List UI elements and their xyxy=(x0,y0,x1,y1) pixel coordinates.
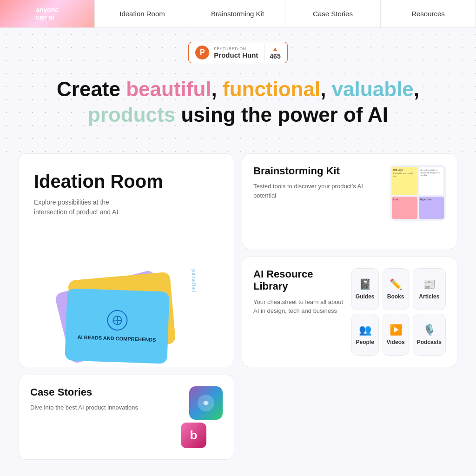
articles-icon: 📰 xyxy=(423,278,436,291)
ph-count: ▲ 465 xyxy=(264,45,280,60)
product-hunt-badge[interactable]: P FEATURED ON Product Hunt ▲ 465 xyxy=(188,42,287,63)
resource-item-videos[interactable]: ▶️ Videos xyxy=(383,314,409,356)
resource-item-guides[interactable]: 📓 Guides xyxy=(351,268,379,310)
resource-item-podcasts[interactable]: 🎙️ Podcasts xyxy=(413,314,446,356)
hero-section: P FEATURED ON Product Hunt ▲ 465 Create … xyxy=(0,28,476,153)
ph-name: Product Hunt xyxy=(214,51,258,59)
videos-label: Videos xyxy=(387,339,405,345)
case-icon-gradient xyxy=(189,386,223,420)
brainstorming-kit-card[interactable]: Brainstorming Kit Tested tools to discov… xyxy=(242,153,457,249)
articles-label: Articles xyxy=(419,293,439,300)
headline-valuable: valuable xyxy=(332,78,414,100)
resource-description: Your cheatsheet to learn all about AI in… xyxy=(253,298,344,316)
ph-number: 465 xyxy=(270,53,280,60)
nav-item-ideation-room[interactable]: Ideation Room xyxy=(95,0,190,27)
headline-prefix: Create xyxy=(57,78,126,100)
books-label: Books xyxy=(387,293,404,300)
resource-grid: 📓 Guides ✏️ Books 📰 Articles 👥 People ▶️… xyxy=(351,268,446,356)
bs-cell-4: HyperBuild xyxy=(419,197,444,219)
logo[interactable]: anyonecan.ai xyxy=(0,0,95,27)
ph-featured-label: FEATURED ON xyxy=(214,46,258,51)
brainstorm-image: Big Data Product for every model item AI… xyxy=(390,165,446,221)
headline-comma2: , xyxy=(320,78,331,100)
resource-item-people[interactable]: 👥 People xyxy=(351,314,379,356)
navigation: anyonecan.ai Ideation Room Brainstorming… xyxy=(0,0,476,28)
side-text: parallel xyxy=(191,269,196,293)
nav-items: Ideation Room Brainstorming Kit Case Sto… xyxy=(95,0,476,27)
ideation-room-card[interactable]: Ideation Room Explore possibilities at t… xyxy=(19,153,234,367)
resource-content: AI Resource Library Your cheatsheet to l… xyxy=(253,268,344,356)
bs-cell-3: Lost xyxy=(392,197,417,219)
card-text: AI READS AND COMPREHENDS xyxy=(77,334,156,343)
brainstorm-content: Brainstorming Kit Tested tools to discov… xyxy=(253,165,384,200)
case-content: Case Stories Dive into the best AI produ… xyxy=(30,386,175,412)
cards-grid: Ideation Room Explore possibilities at t… xyxy=(0,153,476,476)
brainstorm-title: Brainstorming Kit xyxy=(253,165,384,177)
ai-resource-library-card[interactable]: AI Resource Library Your cheatsheet to l… xyxy=(242,257,457,367)
headline-comma1: , xyxy=(212,78,223,100)
bs-cell-1: Big Data Product for every model item xyxy=(392,167,417,195)
nav-item-case-stories[interactable]: Case Stories xyxy=(285,0,381,27)
nav-item-brainstorming-kit[interactable]: Brainstorming Kit xyxy=(190,0,285,27)
case-stories-card[interactable]: Case Stories Dive into the best AI produ… xyxy=(19,375,234,460)
bs-cell-2: AI interfaces tailored specifically desi… xyxy=(419,167,444,195)
guides-icon: 📓 xyxy=(359,278,371,291)
brainstorm-description: Tested tools to discover your product's … xyxy=(253,182,384,200)
nav-item-resources[interactable]: Resources xyxy=(381,0,476,27)
case-title: Case Stories xyxy=(30,386,175,398)
logo-text: anyonecan.ai xyxy=(36,7,59,21)
ph-arrow-icon: ▲ xyxy=(272,45,278,53)
case-icon-pink: b xyxy=(181,423,206,448)
hero-headline: Create beautiful, functional, valuable, … xyxy=(19,76,457,127)
headline-comma3: , xyxy=(414,78,419,100)
podcasts-label: Podcasts xyxy=(417,339,442,345)
ideation-room-title: Ideation Room xyxy=(34,171,219,192)
product-hunt-text: FEATURED ON Product Hunt xyxy=(214,46,258,59)
ideation-room-description: Explore possibilities at the intersectio… xyxy=(34,198,127,217)
headline-suffix: using the power of AI xyxy=(175,103,388,126)
podcasts-icon: 🎙️ xyxy=(423,324,436,336)
resource-item-books[interactable]: ✏️ Books xyxy=(383,268,409,310)
headline-products: products xyxy=(88,103,175,126)
headline-functional: functional xyxy=(223,78,320,100)
resource-item-articles[interactable]: 📰 Articles xyxy=(413,268,446,310)
videos-icon: ▶️ xyxy=(390,324,402,336)
headline-beautiful: beautiful xyxy=(126,78,211,100)
product-hunt-icon: P xyxy=(195,46,209,60)
people-label: People xyxy=(356,339,374,345)
guides-label: Guides xyxy=(356,293,375,300)
ai-reads-icon xyxy=(107,310,128,331)
people-icon: 👥 xyxy=(359,324,371,336)
resource-title: AI Resource Library xyxy=(253,268,344,293)
case-description: Dive into the best AI product innovation… xyxy=(30,403,175,412)
case-images: b xyxy=(181,386,223,448)
ideation-room-image-area: AI READS AND COMPREHENDS parallel xyxy=(34,226,219,367)
books-icon: ✏️ xyxy=(390,278,402,291)
